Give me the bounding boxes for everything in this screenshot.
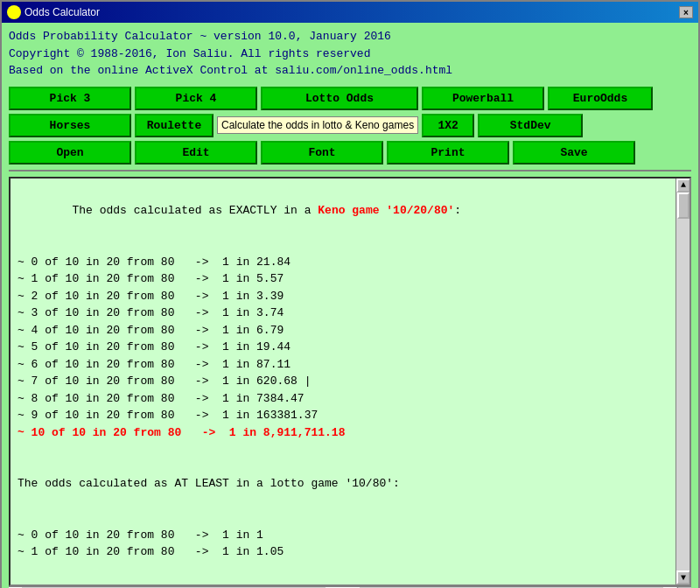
output-line-4: ~ 4 of 10 in 20 from 80 -> 1 in 6.79 [18,324,284,337]
lotto-odds-button[interactable]: Lotto Odds [261,87,418,110]
output-line-5: ~ 5 of 10 in 20 from 80 -> 1 in 19.44 [18,340,290,354]
output-intro-static: The odds calculated as EXACTLY in a [72,204,318,217]
output-area: The odds calculated as EXACTLY in a Keno… [9,177,691,587]
output-line-6: ~ 6 of 10 in 20 from 80 -> 1 in 87.11 [18,358,290,371]
divider [9,170,691,172]
print-button[interactable]: Print [387,141,509,164]
font-button[interactable]: Font [261,141,383,164]
main-window: Odds Calculator × Odds Probability Calcu… [0,0,700,588]
powerball-button[interactable]: Powerball [422,87,544,110]
output-line2-0: ~ 0 of 10 in 20 from 80 -> 1 in 1 [18,528,263,542]
pick4-button[interactable]: Pick 4 [135,87,257,110]
close-button[interactable]: × [679,6,693,18]
output-line-0: ~ 0 of 10 in 20 from 80 -> 1 in 21.84 [18,256,290,269]
button-row-1: Pick 3 Pick 4 Lotto Odds Powerball EuroO… [9,87,691,110]
header-line2: Copyright © 1988-2016, Ion Saliu. All ri… [9,46,691,63]
window-title: Odds Calculator [24,6,679,18]
button-row-3: Open Edit Font Print Save [9,141,691,164]
output-line-2: ~ 2 of 10 in 20 from 80 -> 1 in 3.39 [18,290,284,303]
save-button[interactable]: Save [513,141,635,164]
open-button[interactable]: Open [9,141,131,164]
stddev-button[interactable]: StdDev [478,114,583,137]
output-text[interactable]: The odds calculated as EXACTLY in a Keno… [10,178,676,585]
output-intro-red: Keno game '10/20/80' [318,204,454,217]
scroll-down-button[interactable]: ▼ [676,570,690,584]
scroll-track-v[interactable] [676,192,690,571]
scroll-up-button[interactable]: ▲ [676,178,690,192]
app-body: Odds Probability Calculator ~ version 10… [2,23,698,588]
header-line3: Based on the online ActiveX Control at s… [9,62,691,80]
button-panel: Pick 3 Pick 4 Lotto Odds Powerball EuroO… [9,87,691,164]
tooltip-text: Calculate the odds in lotto & Keno games [217,116,418,134]
edit-button[interactable]: Edit [135,141,257,164]
1x2-button[interactable]: 1X2 [422,114,474,137]
header-info: Odds Probability Calculator ~ version 10… [9,28,691,80]
output-line-7: ~ 7 of 10 in 20 from 80 -> 1 in 620.68 | [18,374,311,388]
title-bar: Odds Calculator × [2,2,698,23]
roulette-button[interactable]: Roulette [135,114,214,137]
output-intro-end: : [454,204,461,217]
output-line-1: ~ 1 of 10 in 20 from 80 -> 1 in 5.57 [18,272,284,285]
output-line-9: ~ 9 of 10 in 20 from 80 -> 1 in 163381.3… [18,409,318,422]
horses-button[interactable]: Horses [9,114,131,137]
output-at-least-header: The odds calculated as AT LEAST in a lot… [18,477,400,490]
output-line-red: ~ 10 of 10 in 20 from 80 -> 1 in 8,911,7… [18,426,345,439]
pick3-button[interactable]: Pick 3 [9,87,131,110]
header-line1: Odds Probability Calculator ~ version 10… [9,28,691,46]
output-line-3: ~ 3 of 10 in 20 from 80 -> 1 in 3.74 [18,306,284,319]
vertical-scrollbar: ▲ ▼ [676,178,690,585]
output-line-8: ~ 8 of 10 in 20 from 80 -> 1 in 7384.47 [18,392,304,405]
euroodds-button[interactable]: EuroOdds [548,87,653,110]
scroll-thumb-v[interactable] [677,192,690,219]
app-icon [7,5,21,19]
button-row-2: Horses Roulette Calculate the odds in lo… [9,114,691,137]
output-line2-1: ~ 1 of 10 in 20 from 80 -> 1 in 1.05 [18,545,284,558]
